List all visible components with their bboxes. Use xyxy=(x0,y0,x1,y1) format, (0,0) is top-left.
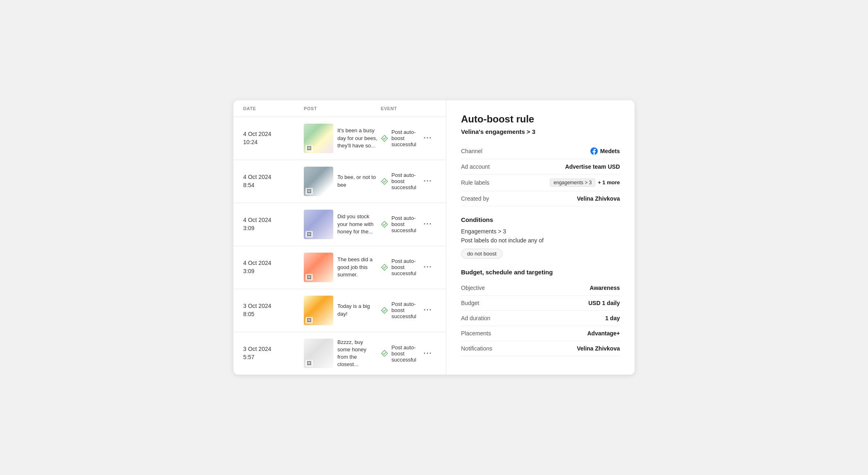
rule-labels-label: Rule labels xyxy=(461,179,489,186)
header-event: EVENT xyxy=(381,106,416,111)
post-cell: 🖼 Today is a big day! xyxy=(304,296,377,325)
ad-account-value: Advertise team USD xyxy=(565,163,620,170)
post-text: To bee, or not to bee xyxy=(337,174,377,188)
channel-value: Medets xyxy=(590,147,620,155)
table-row: 3 Oct 2024 8:05 🖼 Today is a big day! Po… xyxy=(233,289,446,332)
post-cell: 🖼 Bzzzz, buy some honey from the closest… xyxy=(304,339,377,369)
post-thumbnail: 🖼 xyxy=(304,296,333,325)
conditions-header: Conditions xyxy=(461,216,620,223)
more-button[interactable]: ··· xyxy=(420,349,436,358)
objective-row: Objective Awareness xyxy=(461,280,620,296)
header-post: POST xyxy=(304,106,377,111)
more-button[interactable]: ··· xyxy=(420,220,436,228)
plus-more-label: + 1 more xyxy=(598,179,620,185)
date-cell: 4 Oct 2024 10:24 xyxy=(243,130,301,146)
objective-value: Awareness xyxy=(590,285,620,291)
date-cell: 3 Oct 2024 5:57 xyxy=(243,345,301,361)
image-icon: 🖼 xyxy=(305,274,313,280)
success-icon xyxy=(381,264,388,271)
success-icon xyxy=(381,350,388,357)
image-icon: 🖼 xyxy=(305,360,313,366)
placements-row: Placements Advantage+ xyxy=(461,326,620,341)
date-cell: 3 Oct 2024 8:05 xyxy=(243,302,301,318)
image-icon: 🖼 xyxy=(305,188,313,195)
created-by-value: Velina Zhivkova xyxy=(577,195,620,202)
post-text: The bees did a good job this summer. xyxy=(337,256,377,278)
label-chip: engagements > 3 xyxy=(550,179,595,187)
placements-value: Advantage+ xyxy=(587,330,620,337)
objective-label: Objective xyxy=(461,285,485,291)
channel-row: Channel Medets xyxy=(461,143,620,159)
left-panel: DATE POST EVENT 4 Oct 2024 10:24 🖼 It's … xyxy=(233,100,446,375)
more-button[interactable]: ··· xyxy=(420,306,436,314)
budget-value: USD 1 daily xyxy=(588,300,620,306)
date-cell: 4 Oct 2024 3:09 xyxy=(243,216,301,232)
post-thumbnail: 🖼 xyxy=(304,339,333,368)
budget-header: Budget, schedule and targeting xyxy=(461,269,620,276)
success-icon xyxy=(381,135,388,142)
header-date: DATE xyxy=(243,106,301,111)
success-icon xyxy=(381,307,388,314)
right-panel: Auto-boost rule Velina's engagements > 3… xyxy=(446,100,635,375)
rule-labels-value: engagements > 3 + 1 more xyxy=(550,179,620,187)
post-cell: 🖼 It's been a busy day for our bees, the… xyxy=(304,124,377,153)
image-icon: 🖼 xyxy=(305,317,313,323)
post-cell: 🖼 Did you stock your home with honey for… xyxy=(304,210,377,239)
ad-duration-label: Ad duration xyxy=(461,315,491,321)
facebook-icon xyxy=(590,147,598,155)
post-thumbnail: 🖼 xyxy=(304,167,333,196)
more-button[interactable]: ··· xyxy=(420,263,436,271)
event-cell: Post auto-boost successful xyxy=(381,172,416,190)
event-cell: Post auto-boost successful xyxy=(381,215,416,233)
notifications-value: Velina Zhivkova xyxy=(577,345,620,352)
post-text: It's been a busy day for our bees, they'… xyxy=(337,127,377,149)
date-cell: 4 Oct 2024 3:09 xyxy=(243,259,301,275)
image-icon: 🖼 xyxy=(305,145,313,152)
table-header: DATE POST EVENT xyxy=(233,100,446,117)
created-by-row: Created by Velina Zhivkova xyxy=(461,191,620,206)
budget-label: Budget xyxy=(461,300,479,306)
created-by-label: Created by xyxy=(461,195,489,202)
event-cell: Post auto-boost successful xyxy=(381,344,416,363)
condition-1: Engagements > 3 xyxy=(461,228,620,235)
do-not-boost-chip: do not boost xyxy=(461,249,503,259)
main-container: DATE POST EVENT 4 Oct 2024 10:24 🖼 It's … xyxy=(233,100,635,375)
notifications-row: Notifications Velina Zhivkova xyxy=(461,341,620,356)
post-thumbnail: 🖼 xyxy=(304,210,333,239)
rule-subtitle: Velina's engagements > 3 xyxy=(461,128,620,135)
notifications-label: Notifications xyxy=(461,345,492,352)
event-cell: Post auto-boost successful xyxy=(381,301,416,319)
table-row: 3 Oct 2024 5:57 🖼 Bzzzz, buy some honey … xyxy=(233,332,446,375)
channel-label: Channel xyxy=(461,148,482,154)
post-text: Bzzzz, buy some honey from the closest..… xyxy=(337,339,377,369)
condition-2: Post labels do not include any of xyxy=(461,237,620,244)
post-cell: 🖼 The bees did a good job this summer. xyxy=(304,253,377,282)
budget-row: Budget USD 1 daily xyxy=(461,296,620,311)
success-icon xyxy=(381,178,388,185)
ad-duration-value: 1 day xyxy=(605,315,620,321)
event-cell: Post auto-boost successful xyxy=(381,258,416,276)
panel-title: Auto-boost rule xyxy=(461,113,620,125)
success-icon xyxy=(381,221,388,228)
placements-label: Placements xyxy=(461,330,491,337)
table-row: 4 Oct 2024 10:24 🖼 It's been a busy day … xyxy=(233,117,446,160)
ad-duration-row: Ad duration 1 day xyxy=(461,311,620,326)
table-row: 4 Oct 2024 8:54 🖼 To bee, or not to bee … xyxy=(233,160,446,203)
ad-account-label: Ad account xyxy=(461,163,490,170)
ad-account-row: Ad account Advertise team USD xyxy=(461,159,620,174)
post-text: Today is a big day! xyxy=(337,303,377,317)
more-button[interactable]: ··· xyxy=(420,134,436,142)
post-thumbnail: 🖼 xyxy=(304,253,333,282)
more-button[interactable]: ··· xyxy=(420,177,436,185)
image-icon: 🖼 xyxy=(305,231,313,238)
date-cell: 4 Oct 2024 8:54 xyxy=(243,173,301,189)
post-text: Did you stock your home with honey for t… xyxy=(337,213,377,235)
post-cell: 🖼 To bee, or not to bee xyxy=(304,167,377,196)
header-actions xyxy=(420,106,436,111)
event-cell: Post auto-boost successful xyxy=(381,129,416,147)
post-thumbnail: 🖼 xyxy=(304,124,333,153)
table-row: 4 Oct 2024 3:09 🖼 Did you stock your hom… xyxy=(233,203,446,246)
rule-labels-row: Rule labels engagements > 3 + 1 more xyxy=(461,174,620,191)
table-row: 4 Oct 2024 3:09 🖼 The bees did a good jo… xyxy=(233,246,446,289)
